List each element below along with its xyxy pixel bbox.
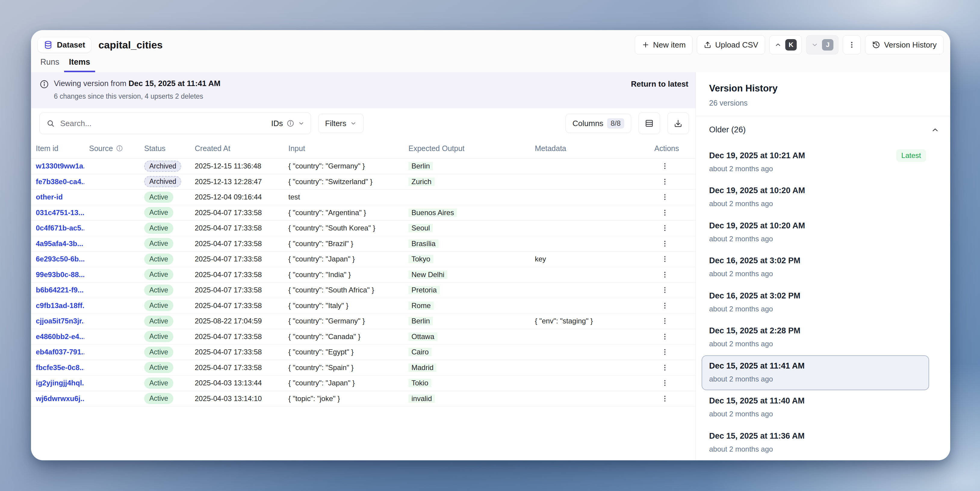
row-height-button[interactable]	[638, 113, 660, 134]
chevron-up-icon	[775, 41, 782, 48]
page-title: capital_cities	[99, 39, 635, 51]
table-row[interactable]: c9fb13ad-18ff... Active 2025-04-07 17:33…	[31, 298, 695, 314]
latest-badge: Latest	[896, 149, 926, 162]
search-box[interactable]: IDs	[40, 113, 311, 134]
version-list-item[interactable]: Dec 19, 2025 at 10:21 AM about 2 months …	[702, 145, 929, 180]
row-actions-button[interactable]	[659, 331, 671, 343]
expected-output-value: Rome	[409, 302, 434, 310]
version-list-item[interactable]: Dec 15, 2025 at 11:41 AM about 2 months …	[702, 355, 929, 391]
row-actions-button[interactable]	[659, 361, 671, 374]
row-actions-button[interactable]	[659, 392, 671, 405]
item-id-link[interactable]: w1330t9ww1a...	[36, 162, 84, 170]
item-id-link[interactable]: fe7b38e0-ca4...	[36, 178, 84, 186]
download-button[interactable]	[667, 113, 689, 134]
row-actions-button[interactable]	[659, 377, 671, 389]
row-actions-button[interactable]	[659, 299, 671, 312]
version-list-item[interactable]: Dec 15, 2025 at 11:40 AM about 2 months …	[702, 390, 929, 426]
row-actions-button[interactable]	[659, 222, 671, 234]
version-list-item[interactable]: Dec 15, 2025 at 11:36 AM about 2 months …	[702, 426, 929, 461]
item-id-link[interactable]: cjjoa5it75n3jr...	[36, 317, 84, 325]
table-row[interactable]: 031c4751-13... Active 2025-04-07 17:33:5…	[31, 205, 695, 221]
item-id-link[interactable]: eb4af037-791...	[36, 348, 84, 356]
version-list-item[interactable]: Dec 19, 2025 at 10:20 AM about 2 months …	[702, 180, 929, 215]
kebab-menu-icon	[848, 41, 856, 49]
version-history-title: Version History	[709, 83, 937, 94]
item-id-link[interactable]: e4860bb2-e4...	[36, 332, 84, 340]
row-actions-button[interactable]	[659, 315, 671, 327]
chevron-down-icon	[811, 41, 818, 48]
table-row[interactable]: b6b64221-f9... Active 2025-04-07 17:33:5…	[31, 283, 695, 298]
item-id-link[interactable]: 4a95afa4-3b...	[36, 240, 83, 248]
row-actions-button[interactable]	[659, 284, 671, 296]
table-row[interactable]: 4a95afa4-3b... Active 2025-04-07 17:33:5…	[31, 236, 695, 252]
tab-runs[interactable]: Runs	[35, 57, 64, 72]
item-id-link[interactable]: other-id	[36, 193, 63, 201]
version-relative-time: about 2 months ago	[709, 340, 929, 348]
table-row[interactable]: 99e93b0c-88... Active 2025-04-07 17:33:5…	[31, 267, 695, 283]
row-actions-button[interactable]	[659, 207, 671, 219]
table-row[interactable]: 0c4f671b-ac5... Active 2025-04-07 17:33:…	[31, 221, 695, 236]
version-list-item[interactable]: Dec 19, 2025 at 10:20 AM about 2 months …	[702, 215, 929, 250]
input-cell: { "country": "Spain" }	[283, 364, 404, 372]
collapse-group-button[interactable]	[929, 124, 941, 136]
version-date: Dec 19, 2025 at 10:20 AM	[709, 221, 929, 230]
version-date: Dec 15, 2025 at 11:40 AM	[709, 396, 929, 405]
item-id-link[interactable]: fbcfe35e-0c8...	[36, 364, 84, 372]
return-to-latest-link[interactable]: Return to latest	[631, 79, 688, 89]
upload-csv-button[interactable]: Upload CSV	[697, 35, 765, 54]
table-row[interactable]: cjjoa5it75n3jr... Active 2025-08-22 17:0…	[31, 313, 695, 329]
more-options-button[interactable]	[843, 35, 861, 54]
version-history-button[interactable]: Version History	[865, 35, 943, 54]
metadata-cell: key	[530, 255, 649, 263]
item-id-link[interactable]: 6e293c50-6b...	[36, 255, 84, 263]
columns-count-badge: 8/8	[607, 118, 624, 129]
table-row[interactable]: 6e293c50-6b... Active 2025-04-07 17:33:5…	[31, 251, 695, 267]
row-actions-button[interactable]	[659, 160, 671, 172]
reviewer-j-button[interactable]: J	[806, 35, 838, 54]
col-actions: Actions	[649, 144, 695, 153]
new-item-button[interactable]: New item	[635, 35, 692, 54]
table-row[interactable]: wj6dwrwxu6j... Active 2025-04-03 13:14:1…	[31, 391, 695, 407]
row-actions-button[interactable]	[659, 346, 671, 358]
table-row[interactable]: w1330t9ww1a... Archived 2025-12-15 11:36…	[31, 159, 695, 174]
item-id-link[interactable]: 99e93b0c-88...	[36, 270, 84, 279]
row-actions-button[interactable]	[659, 175, 671, 188]
version-list-item[interactable]: Dec 16, 2025 at 3:02 PM about 2 months a…	[702, 250, 929, 285]
row-actions-button[interactable]	[659, 253, 671, 265]
row-actions-button[interactable]	[659, 269, 671, 281]
reviewer-k-button[interactable]: K	[769, 35, 802, 54]
item-id-link[interactable]: ig2yjingjj4hql...	[36, 379, 84, 387]
table-row[interactable]: fe7b38e0-ca4... Archived 2025-12-13 12:2…	[31, 174, 695, 190]
status-badge: Archived	[144, 160, 181, 172]
item-id-link[interactable]: b6b64221-f9...	[36, 286, 84, 294]
version-date: Dec 19, 2025 at 10:20 AM	[709, 186, 929, 195]
item-id-link[interactable]: 031c4751-13...	[36, 208, 84, 217]
version-date: Dec 15, 2025 at 11:41 AM	[709, 361, 929, 371]
row-actions-button[interactable]	[659, 237, 671, 250]
table-row[interactable]: e4860bb2-e4... Active 2025-04-07 17:33:5…	[31, 329, 695, 345]
search-input[interactable]	[60, 119, 266, 129]
tab-items[interactable]: Items	[64, 57, 95, 72]
older-group-header[interactable]: Older (26)	[696, 116, 950, 144]
table-row[interactable]: other-id Active 2025-12-04 09:16:44 test	[31, 189, 695, 205]
col-input: Input	[283, 144, 404, 153]
search-field-select[interactable]: IDs	[271, 119, 305, 128]
table-row[interactable]: eb4af037-791... Active 2025-04-07 17:33:…	[31, 345, 695, 360]
version-list-item[interactable]: Dec 15, 2025 at 2:28 PM about 2 months a…	[702, 320, 929, 355]
version-count: 26 versions	[709, 99, 937, 107]
version-list-item[interactable]: Dec 16, 2025 at 3:02 PM about 2 months a…	[702, 285, 929, 320]
table-row[interactable]: fbcfe35e-0c8... Active 2025-04-07 17:33:…	[31, 360, 695, 376]
item-id-link[interactable]: c9fb13ad-18ff...	[36, 302, 84, 310]
created-at-cell: 2025-04-07 17:33:58	[190, 286, 283, 294]
expected-output-value: Brasília	[409, 240, 439, 248]
columns-button[interactable]: Columns 8/8	[566, 114, 631, 133]
item-id-link[interactable]: 0c4f671b-ac5...	[36, 224, 84, 232]
filters-button[interactable]: Filters	[318, 114, 364, 133]
created-at-cell: 2025-08-22 17:04:59	[190, 317, 283, 325]
col-metadata: Metadata	[530, 144, 649, 153]
expected-output-value: Tokio	[409, 379, 431, 387]
row-actions-button[interactable]	[659, 191, 671, 203]
input-cell: test	[283, 193, 404, 201]
table-row[interactable]: ig2yjingjj4hql... Active 2025-04-03 13:1…	[31, 375, 695, 391]
item-id-link[interactable]: wj6dwrwxu6j...	[36, 394, 84, 402]
